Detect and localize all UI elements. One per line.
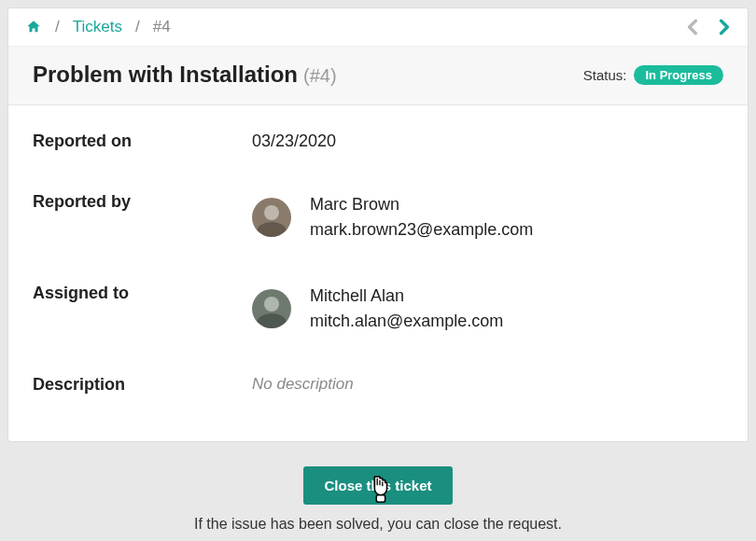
description-label: Description — [33, 375, 252, 395]
breadcrumb-tickets-link[interactable]: Tickets — [73, 18, 122, 36]
footer-helper-text: If the issue has been solved, you can cl… — [7, 516, 749, 533]
reported-on-label: Reported on — [33, 132, 252, 151]
reported-by-label: Reported by — [33, 192, 252, 212]
reported-on-value: 03/23/2020 — [252, 132, 336, 151]
breadcrumb-current: #4 — [153, 18, 171, 36]
page-title: Problem with Installation — [33, 62, 298, 88]
assignee-name: Mitchell Alan — [310, 284, 503, 309]
assignee: Mitchell Alan mitch.alan@example.com — [252, 284, 503, 334]
breadcrumb-bar: / Tickets / #4 — [8, 8, 748, 47]
home-icon[interactable] — [25, 19, 42, 35]
pager-next-icon[interactable] — [718, 19, 731, 35]
avatar — [252, 198, 291, 237]
description-value: No description — [252, 375, 354, 394]
footer: Close this ticket If the issue has been … — [7, 442, 749, 533]
reporter: Marc Brown mark.brown23@example.com — [252, 192, 533, 243]
pager-prev-icon[interactable] — [686, 19, 699, 35]
status-label: Status: — [583, 67, 627, 83]
ticket-card: / Tickets / #4 Problem with Installation… — [7, 7, 749, 442]
assignee-email: mitch.alan@example.com — [310, 309, 503, 334]
status-badge: In Progress — [634, 65, 723, 85]
ticket-header: Problem with Installation (#4) Status: I… — [8, 47, 748, 105]
breadcrumb-separator: / — [135, 18, 140, 36]
ticket-details: Reported on 03/23/2020 Reported by Marc … — [8, 105, 748, 441]
page-title-id: (#4) — [303, 65, 337, 87]
close-ticket-button[interactable]: Close this ticket — [303, 466, 452, 505]
assigned-to-label: Assigned to — [33, 284, 252, 303]
pager — [686, 19, 731, 35]
reporter-email: mark.brown23@example.com — [310, 217, 533, 243]
reporter-name: Marc Brown — [310, 192, 533, 217]
breadcrumb: / Tickets / #4 — [25, 18, 171, 36]
avatar — [252, 289, 291, 328]
breadcrumb-separator: / — [55, 18, 60, 36]
